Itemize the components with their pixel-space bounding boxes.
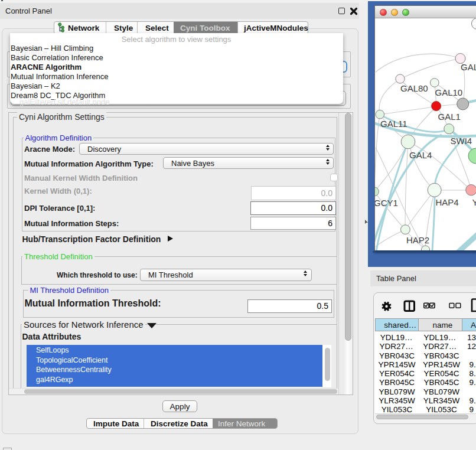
svg-text:HAP2: HAP2 xyxy=(406,235,429,245)
svg-text:SWI4: SWI4 xyxy=(451,136,472,146)
svg-text:GAL1: GAL1 xyxy=(438,112,461,122)
svg-text:GAL10: GAL10 xyxy=(435,87,463,97)
svg-text:GAL7: GAL7 xyxy=(461,62,476,72)
svg-text:GCY1: GCY1 xyxy=(375,198,398,208)
svg-text:GAL11: GAL11 xyxy=(380,119,407,129)
svg-text:GAL80: GAL80 xyxy=(400,83,428,93)
svg-text:HAP4: HAP4 xyxy=(436,197,459,207)
svg-text:GAL4: GAL4 xyxy=(409,150,432,160)
svg-text:Y: Y xyxy=(472,197,476,207)
